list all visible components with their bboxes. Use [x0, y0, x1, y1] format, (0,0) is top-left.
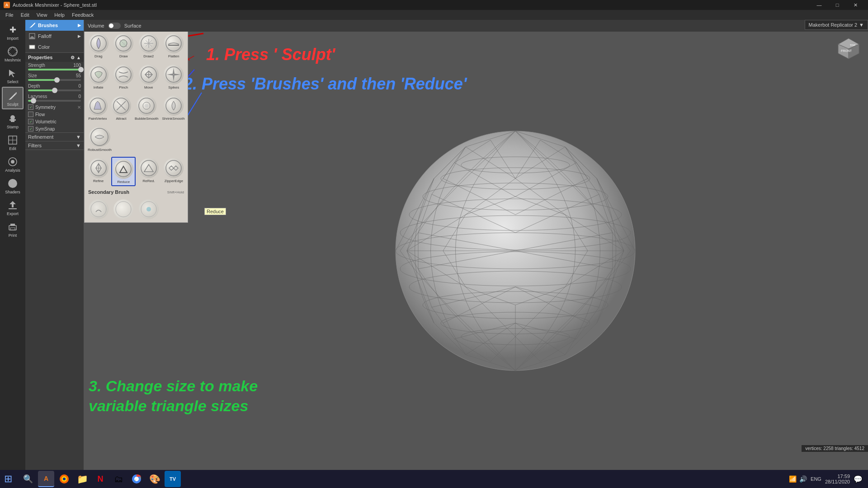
viewport[interactable]: 1. Press ' Sculpt' ← 2. Press 'Brushes' … [84, 32, 868, 470]
brush-shrinksmooth-label: ShrinkSmooth [162, 117, 184, 121]
start-button[interactable]: ⊞ [0, 471, 16, 487]
minimize-button[interactable]: — [810, 0, 828, 10]
taskbar-explorer[interactable]: 📁 [74, 471, 90, 487]
taskbar-chrome[interactable] [128, 471, 145, 487]
menu-edit[interactable]: Edit [17, 11, 33, 19]
secondary-brush-3-icon [139, 199, 159, 219]
annotation-step2-text: 2. Press 'Brushes' and then 'Reduce' [184, 75, 467, 93]
brush-reduce-icon [113, 159, 133, 179]
filters-row[interactable]: Filters ▼ [25, 141, 84, 150]
brush-inflate[interactable]: Inflate [86, 63, 111, 91]
depth-thumb[interactable] [52, 88, 57, 93]
close-button[interactable]: ✕ [846, 0, 864, 10]
flow-checkbox[interactable] [28, 112, 33, 117]
tool-meshmix[interactable]: Meshmix [2, 43, 24, 64]
notification-icon[interactable]: 💬 [854, 475, 863, 483]
volumetric-row[interactable]: Volumetric [25, 118, 84, 125]
taskbar-meshmixer[interactable]: A [38, 471, 54, 487]
brush-attract[interactable]: Attract [110, 94, 132, 122]
refinement-row[interactable]: Refinement ▼ [25, 133, 84, 141]
tool-sculpt[interactable]: Sculpt [2, 87, 24, 109]
tool-analysis[interactable]: Analysis [2, 154, 24, 174]
brush-reduce-label: Reduce [118, 180, 130, 184]
depth-fill [28, 89, 55, 91]
taskbar-firefox[interactable] [56, 471, 72, 487]
brush-spikes-icon [164, 65, 184, 84]
taskbar-apps: 🔍 A 📁 N 🗂 🎨 TV [16, 471, 184, 487]
tool-import[interactable]: ✚ Import [2, 22, 24, 42]
brush-robustsmooth[interactable]: RobustSmooth [86, 126, 113, 153]
makerbot-selector[interactable]: Makerbot Replicator 2 ▼ [805, 20, 868, 30]
brush-attract-icon [111, 96, 131, 116]
volume-icon: 🔊 [799, 475, 807, 483]
menu-help[interactable]: Help [51, 11, 68, 19]
titlebar: A Autodesk Meshmixer - Sphere_test.stl —… [0, 0, 868, 10]
secondary-brush-1[interactable] [86, 198, 111, 221]
brush-shrinksmooth[interactable]: ShrinkSmooth [160, 94, 186, 122]
symmetry-checkbox[interactable] [28, 104, 33, 110]
properties-header: Properties ⚙ ▲ [25, 53, 84, 62]
color-icon [28, 43, 36, 51]
strength-slider[interactable] [28, 69, 81, 70]
menu-view[interactable]: View [33, 11, 51, 19]
tool-export[interactable]: Export [2, 197, 24, 218]
brush-draw2[interactable]: Draw2 [137, 32, 161, 60]
brush-zipperedge[interactable]: ZipperEdge [162, 157, 186, 186]
brush-draw[interactable]: Draw [112, 32, 136, 60]
tool-stamp[interactable]: Stamp [2, 110, 24, 131]
taskbar-netflix[interactable]: N [92, 471, 108, 487]
properties-collapse-icon[interactable]: ▲ [76, 55, 81, 60]
volume-switch[interactable] [108, 23, 121, 29]
brush-spikes[interactable]: Spikes [162, 63, 186, 91]
brushes-row[interactable]: Brushes ▶ [25, 20, 84, 31]
tool-shaders[interactable]: Shaders [2, 175, 24, 196]
secondary-brush-3[interactable] [137, 198, 161, 221]
volumetric-checkbox[interactable] [28, 119, 33, 124]
brush-move-label: Move [144, 85, 153, 89]
taskbar-search[interactable]: 🔍 [20, 471, 36, 487]
brush-drag[interactable]: Drag [86, 32, 111, 60]
secondary-brush-label: Secondary Brush [88, 189, 129, 195]
brush-grid-row4: RobustSmooth [85, 124, 188, 155]
volumetric-label: Volumetric [35, 119, 57, 124]
orientation-cube[interactable]: FRONT TOP [836, 36, 863, 63]
strength-thumb[interactable] [78, 67, 84, 72]
menu-file[interactable]: File [2, 11, 17, 19]
brush-rered[interactable]: ReRed. [137, 157, 160, 186]
brush-bubblesmooth[interactable]: BubbleSmooth [133, 94, 160, 122]
lazyness-thumb[interactable] [31, 98, 36, 103]
volume-toggle[interactable]: Volume Surface [88, 23, 142, 29]
color-label: Color [38, 44, 50, 50]
depth-slider[interactable] [28, 89, 81, 91]
brush-grid-row3: PaintVertex Attract BubbleSmooth ShrinkS… [85, 93, 188, 124]
menu-feedback[interactable]: Feedback [68, 11, 97, 19]
tool-select[interactable]: Select [2, 65, 24, 86]
brush-move[interactable]: Move [137, 63, 161, 91]
size-slider[interactable] [28, 79, 81, 81]
size-thumb[interactable] [54, 77, 60, 83]
strength-label: Strength [28, 63, 45, 68]
color-row[interactable]: Color [25, 42, 84, 52]
symmetry-row[interactable]: Symmetry ✕ [25, 103, 84, 111]
brush-refine[interactable]: Refine [86, 157, 110, 186]
lazyness-slider[interactable] [28, 100, 81, 102]
symsnap-row[interactable]: SymSnap [25, 125, 84, 132]
tool-edit[interactable]: Edit [2, 132, 24, 153]
falloff-row[interactable]: Falloff ▶ [25, 31, 84, 42]
maximize-button[interactable]: □ [828, 0, 846, 10]
taskbar-teamviewer[interactable]: TV [165, 471, 181, 487]
analysis-icon [6, 155, 19, 168]
taskbar-onedrive[interactable]: 🗂 [110, 471, 127, 487]
properties-gear-icon[interactable]: ⚙ [71, 55, 75, 60]
svg-point-55 [145, 104, 148, 108]
symsnap-checkbox[interactable] [28, 126, 33, 131]
flow-row[interactable]: Flow [25, 111, 84, 118]
brush-reduce[interactable]: Reduce [111, 157, 136, 186]
secondary-brush-2[interactable] [112, 198, 136, 221]
brush-paintvertex[interactable]: PaintVertex [86, 94, 109, 122]
taskbar-paint[interactable]: 🎨 [146, 471, 163, 487]
brush-pinch[interactable]: Pinch [112, 63, 136, 91]
brush-flatten[interactable]: Flatten [162, 32, 186, 60]
window-controls: — □ ✕ [810, 0, 864, 10]
tool-print[interactable]: Print [2, 219, 24, 239]
